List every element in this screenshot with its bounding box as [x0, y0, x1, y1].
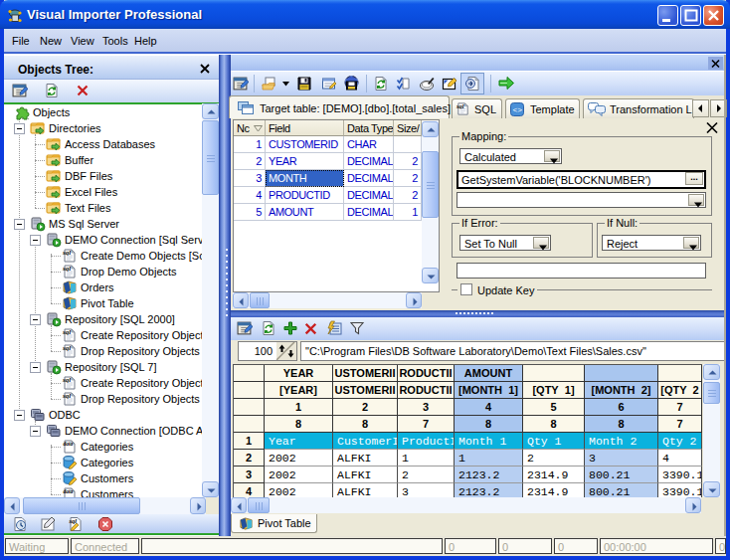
svg-text:sql: sql [69, 517, 78, 524]
svg-text:<>: <> [513, 105, 523, 114]
